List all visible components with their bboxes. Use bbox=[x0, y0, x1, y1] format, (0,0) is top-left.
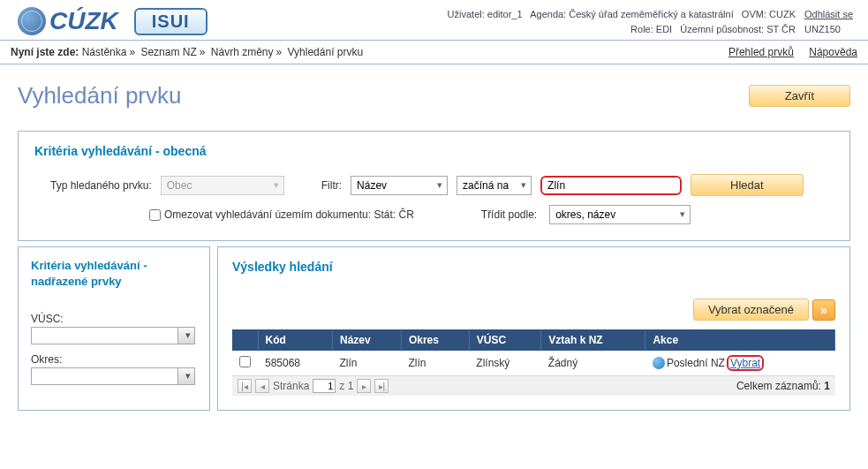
pager-total: Celkem záznamů: 1 bbox=[736, 380, 830, 392]
cell-nazev: Zlín bbox=[333, 351, 402, 376]
breadcrumb: Nyní jste zde: Nástěnka» Seznam NZ» Návr… bbox=[11, 46, 363, 58]
restrict-checkbox[interactable] bbox=[149, 209, 161, 221]
key-icon[interactable] bbox=[653, 357, 665, 369]
type-select[interactable] bbox=[161, 176, 284, 195]
logo-cuzk: CÚZK bbox=[18, 7, 118, 35]
cell-vztah: Žádný bbox=[541, 351, 645, 376]
col-vztah[interactable]: Vztah k NZ bbox=[541, 329, 645, 351]
okres-label: Okres: bbox=[31, 353, 197, 366]
criteria-panel: Kritéria vyhledávání - obecná Typ hledan… bbox=[18, 131, 850, 241]
search-button[interactable]: Hledat bbox=[691, 174, 804, 196]
filter-label: Filtr: bbox=[321, 179, 342, 192]
cuzk-text: CÚZK bbox=[49, 7, 118, 35]
role-line: Role: EDI Územní působnost: ST ČR bbox=[448, 22, 796, 37]
select-marked-button[interactable]: Vybrat označené bbox=[693, 299, 809, 321]
row-checkbox[interactable] bbox=[239, 356, 251, 367]
sort-label: Třídit podle: bbox=[481, 208, 537, 221]
logout-link[interactable]: Odhlásit se bbox=[804, 9, 853, 19]
globe-icon bbox=[18, 7, 46, 35]
filter-value-input[interactable] bbox=[540, 176, 682, 195]
help-link[interactable]: Nápověda bbox=[809, 46, 857, 58]
filter-op-select[interactable] bbox=[457, 176, 532, 195]
select-marked-arrow-button[interactable]: » bbox=[812, 299, 835, 321]
results-table: Kód Název Okres VÚSC Vztah k NZ Akce 585… bbox=[232, 329, 835, 376]
criteria-title: Kritéria vyhledávání - obecná bbox=[34, 144, 834, 158]
pager-next[interactable]: ▸ bbox=[357, 379, 371, 393]
overview-link[interactable]: Přehled prvků bbox=[728, 46, 794, 58]
left-title: Kritéria vyhledávání - nadřazené prvky bbox=[31, 258, 197, 290]
pager-prev[interactable]: ◂ bbox=[255, 379, 269, 393]
col-vusc[interactable]: VÚSC bbox=[469, 329, 540, 351]
pager-last[interactable]: ▸| bbox=[374, 379, 389, 393]
cell-vusc: Zlínský bbox=[469, 351, 540, 376]
pager-page-label: Stránka bbox=[273, 380, 309, 392]
close-button[interactable]: Zavřít bbox=[749, 85, 850, 107]
env-code: UNZ150 bbox=[804, 24, 841, 34]
akce-vybrat-link[interactable]: Vybrat bbox=[730, 357, 760, 369]
table-row: 585068 Zlín Zlín Zlínský Žádný Poslední … bbox=[232, 351, 835, 376]
results-panel: Výsledky hledání Vybrat označené » Kód N… bbox=[217, 246, 850, 411]
type-label: Typ hledaného prvku: bbox=[50, 179, 152, 192]
pager-of: z 1 bbox=[339, 380, 353, 392]
page-title: Vyhledání prvku bbox=[18, 82, 181, 110]
user-line: Uživatel: editor_1 Agenda: Český úřad ze… bbox=[448, 7, 796, 22]
results-title: Výsledky hledání bbox=[232, 260, 835, 274]
filter-attr-select[interactable] bbox=[351, 176, 448, 195]
logo-isui: ISUI bbox=[134, 8, 208, 35]
col-akce: Akce bbox=[645, 329, 835, 351]
pager-first[interactable]: |◂ bbox=[238, 379, 252, 393]
akce-last-nz: Poslední NZ bbox=[667, 357, 725, 369]
restrict-label: Omezovat vyhledávání územím dokumentu: S… bbox=[164, 208, 414, 221]
cell-okres: Zlín bbox=[401, 351, 469, 376]
pager-page-input[interactable] bbox=[313, 379, 336, 393]
okres-select[interactable] bbox=[31, 367, 195, 385]
col-check bbox=[232, 329, 258, 351]
col-okres[interactable]: Okres bbox=[401, 329, 469, 351]
left-criteria-panel: Kritéria vyhledávání - nadřazené prvky V… bbox=[18, 246, 210, 411]
col-nazev[interactable]: Název bbox=[333, 329, 402, 351]
vusc-select[interactable] bbox=[31, 327, 195, 344]
vusc-label: VÚSC: bbox=[31, 313, 197, 325]
col-kod[interactable]: Kód bbox=[258, 329, 333, 351]
cell-kod: 585068 bbox=[258, 351, 333, 376]
sort-select[interactable] bbox=[549, 205, 691, 224]
